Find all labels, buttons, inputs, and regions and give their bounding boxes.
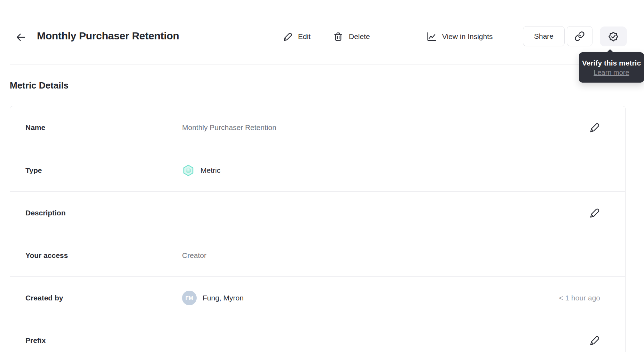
pencil-icon (588, 335, 600, 346)
row-label: Type (25, 166, 182, 175)
delete-button[interactable]: Delete (333, 26, 370, 47)
row-label: Prefix (25, 336, 182, 345)
edit-button[interactable]: Edit (282, 26, 311, 47)
learn-more-link[interactable]: Learn more (594, 68, 629, 77)
table-row-prefix: Prefix (10, 319, 625, 352)
table-row-description: Description (10, 191, 625, 234)
row-label: Created by (25, 294, 182, 302)
metric-details-card: Name Monthly Purchaser Retention Type (10, 106, 626, 352)
table-row-type: Type Metric (10, 149, 625, 191)
view-in-insights-button[interactable]: View in Insights (426, 26, 493, 47)
pencil-icon (588, 122, 600, 133)
verify-metric-button[interactable] (600, 26, 627, 46)
delete-label: Delete (349, 32, 370, 41)
share-button[interactable]: Share (523, 26, 565, 46)
table-row-name: Name Monthly Purchaser Retention (10, 106, 625, 149)
edit-name-pencil-button[interactable] (588, 122, 600, 133)
pencil-icon (588, 207, 600, 219)
row-value: FM Fung, Myron (182, 291, 244, 305)
section-title: Metric Details (10, 80, 69, 91)
edit-description-pencil-button[interactable] (588, 207, 600, 219)
table-row-created-by: Created by FM Fung, Myron < 1 hour ago (10, 276, 625, 319)
metric-details-page: Monthly Purchaser Retention Edit Delete (0, 0, 644, 352)
created-by-name: Fung, Myron (203, 294, 244, 302)
back-button[interactable] (15, 31, 27, 43)
hexagon-metric-icon (182, 164, 195, 177)
verify-tooltip: Verify this metric Learn more (579, 52, 644, 83)
link-icon (574, 31, 585, 41)
trash-icon (333, 31, 344, 42)
pencil-icon (282, 31, 293, 42)
edit-label: Edit (298, 32, 311, 41)
arrow-left-icon (16, 32, 26, 43)
row-label: Name (25, 123, 182, 132)
header-divider (10, 64, 634, 64)
row-value: Creator (182, 248, 206, 263)
row-value: Monthly Purchaser Retention (182, 120, 276, 135)
copy-link-button[interactable] (567, 26, 592, 46)
line-chart-icon (426, 31, 437, 42)
table-row-your-access: Your access Creator (10, 234, 625, 276)
row-value: Metric (182, 163, 220, 178)
created-timestamp: < 1 hour ago (559, 294, 600, 302)
edit-prefix-pencil-button[interactable] (588, 335, 600, 346)
page-title: Monthly Purchaser Retention (37, 30, 179, 42)
share-label: Share (534, 32, 553, 40)
avatar: FM (182, 291, 197, 305)
row-label: Description (25, 209, 182, 217)
tooltip-title: Verify this metric (582, 58, 641, 68)
view-in-insights-label: View in Insights (442, 32, 493, 41)
tooltip-caret (606, 49, 614, 56)
row-label: Your access (25, 251, 182, 260)
type-value: Metric (201, 166, 220, 175)
verified-badge-icon (608, 31, 619, 42)
